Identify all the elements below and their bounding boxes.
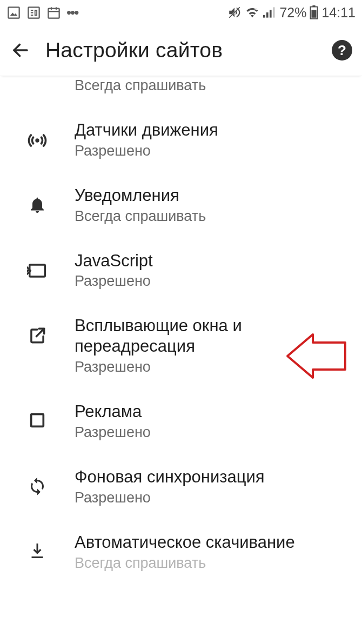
help-button[interactable]: ? xyxy=(332,40,352,61)
list-item-subtitle: Разрешено xyxy=(75,489,349,506)
svg-rect-19 xyxy=(30,265,45,277)
list-item-title: JavaScript xyxy=(75,251,349,271)
list-item-title: Реклама xyxy=(75,401,349,422)
list-item-motion-sensors[interactable]: Датчики движения Разрешено xyxy=(0,107,362,172)
svg-point-18 xyxy=(35,138,39,142)
status-bar: ••• x 72% 14:11 xyxy=(0,0,362,25)
clock: 14:11 xyxy=(321,5,356,21)
list-item-auto-download[interactable]: Автоматическое скачивание Всегда спрашив… xyxy=(0,519,362,572)
popup-icon xyxy=(27,325,48,346)
ads-icon xyxy=(28,411,46,430)
list-item-background-sync[interactable]: Фоновая синхронизация Разрешено xyxy=(0,454,362,519)
list-item-title: Уведомления xyxy=(75,185,349,206)
motion-sensor-icon xyxy=(26,130,48,151)
list-item-title: Фоновая синхронизация xyxy=(75,467,349,487)
status-right: x 72% 14:11 xyxy=(227,5,356,21)
image-icon xyxy=(6,5,21,20)
page-title: Настройки сайтов xyxy=(45,38,317,62)
bell-icon xyxy=(28,195,47,214)
svg-rect-2 xyxy=(48,8,59,18)
list-item-partial-top[interactable]: Всегда спрашивать xyxy=(0,76,362,107)
more-icon: ••• xyxy=(66,4,78,21)
list-item-title: Автоматическое скачивание xyxy=(75,532,362,553)
svg-rect-16 xyxy=(312,10,317,17)
battery-pct: 72% xyxy=(279,5,306,21)
javascript-icon xyxy=(27,260,48,281)
list-item-javascript[interactable]: JavaScript Разрешено xyxy=(0,238,362,303)
svg-rect-10 xyxy=(263,15,265,18)
calendar-icon xyxy=(46,5,61,20)
list-item-notifications[interactable]: Уведомления Всегда спрашивать xyxy=(0,172,362,238)
news-icon xyxy=(26,5,41,20)
list-item-title: Датчики движения xyxy=(75,120,349,140)
vibrate-icon xyxy=(227,5,242,19)
back-icon[interactable] xyxy=(11,41,30,60)
svg-rect-12 xyxy=(270,10,272,17)
sync-icon xyxy=(28,477,47,496)
svg-rect-1 xyxy=(28,7,39,18)
signal-icon xyxy=(263,6,276,18)
settings-list: Всегда спрашивать Датчики движения Разре… xyxy=(0,76,362,572)
svg-rect-13 xyxy=(273,7,275,17)
status-left: ••• xyxy=(6,4,78,21)
svg-rect-0 xyxy=(8,7,19,18)
list-item-popups-redirects[interactable]: Всплывающие окна и переадресация Разреше… xyxy=(0,303,362,388)
list-item-subtitle: Разрешено xyxy=(75,359,349,375)
list-item-subtitle: Разрешено xyxy=(75,273,349,290)
svg-rect-23 xyxy=(31,414,44,427)
list-item-subtitle: Разрешено xyxy=(75,143,349,159)
list-item-subtitle: Всегда спрашивать xyxy=(75,77,362,94)
svg-rect-11 xyxy=(266,12,269,18)
list-item-subtitle: Разрешено xyxy=(75,424,349,441)
download-icon xyxy=(28,542,47,561)
list-item-subtitle: Всегда спрашивать xyxy=(75,208,349,225)
list-item-subtitle: Всегда спрашивать xyxy=(75,555,362,572)
app-bar: Настройки сайтов ? xyxy=(0,25,362,76)
list-item-ads[interactable]: Реклама Разрешено xyxy=(0,388,362,454)
battery-icon xyxy=(310,5,318,19)
list-item-title: Всплывающие окна и переадресация xyxy=(75,316,349,357)
wifi-icon: x xyxy=(245,6,260,18)
